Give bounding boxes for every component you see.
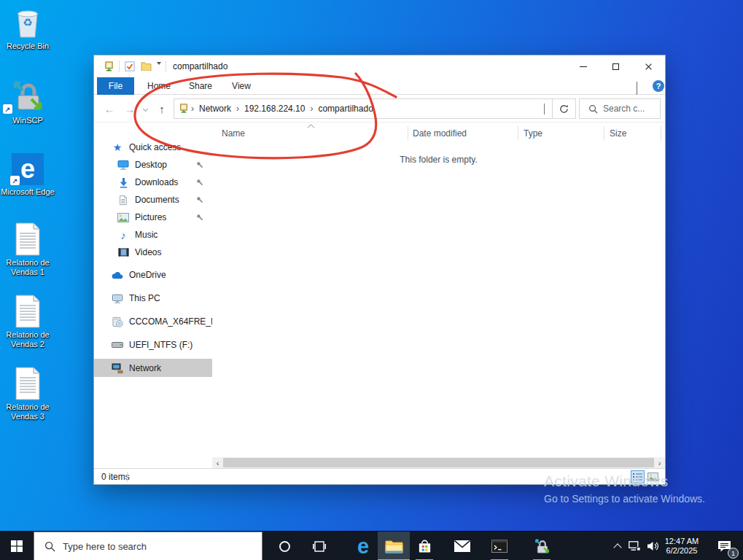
task-view-button[interactable] (306, 532, 332, 560)
star-icon: ★ (112, 141, 123, 153)
taskbar-search-input[interactable]: Type here to search (34, 532, 262, 560)
horizontal-scrollbar[interactable]: ‹ › (212, 457, 665, 468)
taskbar-edge-button[interactable]: e (349, 532, 378, 560)
maximize-button[interactable] (599, 55, 632, 77)
taskbar-winscp-button[interactable] (527, 532, 556, 560)
tray-volume-button[interactable] (643, 532, 662, 560)
window-title: compartilhado (173, 61, 227, 71)
pin-icon (196, 214, 203, 221)
breadcrumb-network[interactable]: Network (196, 104, 234, 114)
start-button[interactable] (0, 532, 34, 560)
column-separator[interactable] (518, 126, 518, 141)
sidebar-item-downloads[interactable]: Downloads (94, 174, 212, 191)
pin-icon (196, 196, 203, 203)
breadcrumb-ip[interactable]: 192.168.224.10 (241, 104, 308, 114)
empty-folder-message: This folder is empty. (212, 155, 665, 165)
sidebar-item-this-pc[interactable]: This PC (94, 289, 212, 307)
taskbar-cmd-button[interactable] (485, 532, 514, 560)
sidebar-item-videos[interactable]: Videos (94, 244, 212, 261)
sort-ascending-icon (307, 124, 315, 128)
up-button[interactable]: ↑ (154, 95, 170, 122)
scrollbar-thumb[interactable] (223, 458, 654, 467)
desktop-icon-relatorio-1[interactable]: Relatorio de Vendas 1 (0, 221, 55, 277)
desktop-icon-relatorio-2[interactable]: Relatorio de Vendas 2 (0, 293, 55, 349)
sidebar-item-music[interactable]: ♪ Music (94, 226, 212, 244)
sidebar-item-pictures[interactable]: Pictures (94, 209, 212, 226)
refresh-button[interactable] (553, 98, 576, 119)
sidebar-item-network[interactable]: Network (94, 359, 212, 377)
music-note-icon: ♪ (117, 229, 129, 241)
edge-tile-icon: e ↗ (0, 150, 55, 185)
sidebar-item-label: CCCOMA_X64FRE_PT (129, 316, 212, 327)
film-icon (117, 246, 129, 258)
column-separator[interactable] (408, 126, 408, 141)
sidebar-item-uefi-drive[interactable]: UEFI_NTFS (F:) (94, 336, 212, 354)
sidebar-item-documents[interactable]: Documents (94, 191, 212, 209)
sidebar-item-cccoma-drive[interactable]: CCCOMA_X64FRE_PT (94, 313, 212, 330)
close-button[interactable] (632, 55, 665, 77)
desktop-icon-label: Microsoft Edge (0, 187, 55, 197)
column-separator[interactable] (604, 126, 604, 141)
search-placeholder: Search c... (603, 104, 645, 114)
properties-icon[interactable] (125, 61, 135, 71)
explorer-search-input[interactable]: Search c... (579, 98, 661, 119)
breadcrumb-separator[interactable]: › (189, 104, 196, 114)
taskbar-clock[interactable]: 12:47 AM 6/2/2025 (661, 532, 703, 560)
drive-icon (112, 339, 123, 351)
column-header-type[interactable]: Type (524, 128, 542, 139)
details-view-button[interactable] (631, 470, 645, 483)
sidebar-item-onedrive[interactable]: OneDrive (94, 266, 212, 284)
forward-button[interactable]: → (122, 95, 138, 122)
pin-icon (196, 161, 203, 168)
column-separator[interactable] (661, 126, 661, 141)
document-icon (117, 194, 129, 206)
column-header-size[interactable]: Size (610, 128, 626, 139)
tab-view[interactable]: View (226, 77, 257, 94)
ribbon-collapse-icon[interactable] (637, 82, 637, 95)
column-header-name[interactable]: Name (222, 128, 245, 139)
address-dropdown-icon[interactable] (544, 104, 545, 114)
scroll-left-arrow[interactable]: ‹ (212, 457, 223, 468)
desktop-icon-relatorio-3[interactable]: Relatorio de Vendas 3 (0, 365, 55, 421)
sidebar-item-quick-access[interactable]: ★ Quick access (94, 139, 212, 156)
computer-icon (112, 292, 123, 304)
tray-network-button[interactable] (626, 532, 643, 560)
back-button[interactable]: ← (101, 95, 117, 122)
tray-show-hidden-icons-button[interactable] (610, 532, 626, 560)
taskbar-mail-button[interactable] (448, 532, 477, 560)
breadcrumb-folder[interactable]: compartilhado (315, 104, 376, 114)
download-icon (117, 176, 129, 188)
recent-locations-dropdown-icon[interactable] (139, 95, 151, 122)
sidebar-item-desktop[interactable]: Desktop (94, 156, 212, 174)
title-bar[interactable]: compartilhado (94, 55, 665, 77)
scroll-right-arrow[interactable]: › (654, 457, 665, 468)
taskbar-explorer-button[interactable] (378, 532, 410, 560)
titlebar-separator (119, 61, 120, 72)
tab-home[interactable]: Home (142, 77, 176, 94)
cortana-button[interactable] (271, 532, 297, 560)
minimize-button[interactable] (567, 55, 599, 77)
action-center-button[interactable]: 1 (709, 532, 739, 560)
command-prompt-icon (491, 540, 507, 553)
desktop-icon-recycle-bin[interactable]: ♻ Recycle Bin (0, 4, 55, 51)
desktop-icon-microsoft-edge[interactable]: e ↗ Microsoft Edge (0, 150, 55, 197)
breadcrumb-separator[interactable]: › (308, 104, 315, 114)
sidebar-item-label: Desktop (135, 160, 167, 170)
taskbar-store-button[interactable] (410, 532, 439, 560)
quick-access-toolbar-dropdown-icon[interactable] (157, 65, 161, 78)
tab-share[interactable]: Share (184, 77, 217, 94)
desktop-icon-label: WinSCP (0, 116, 55, 125)
network-location-icon (179, 104, 189, 114)
new-folder-icon[interactable] (141, 61, 152, 71)
ethernet-icon (629, 541, 641, 551)
sidebar-item-label: Downloads (135, 177, 178, 187)
breadcrumb-separator[interactable]: › (234, 104, 241, 114)
mail-icon (454, 540, 470, 552)
thumbnail-view-button[interactable] (646, 470, 660, 483)
help-button[interactable]: ? (653, 80, 664, 92)
tab-file[interactable]: File (97, 77, 134, 95)
address-breadcrumb[interactable]: › Network › 192.168.224.10 › compartilha… (174, 98, 553, 119)
column-header-date-modified[interactable]: Date modified (413, 128, 467, 139)
desktop-icon-winscp[interactable]: ↗ WinSCP (0, 79, 55, 125)
search-icon (588, 104, 598, 114)
